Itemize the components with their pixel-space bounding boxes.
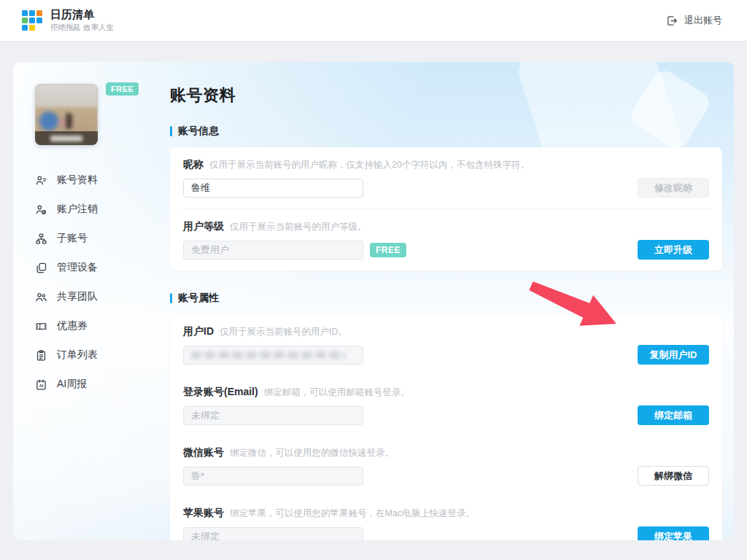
sidebar-item-coupons[interactable]: 优惠券	[35, 311, 157, 341]
user-id-label: 用户ID	[183, 325, 214, 338]
user-level-hint: 仅用于展示当前账号的用户等级。	[230, 221, 367, 233]
logout-icon	[666, 15, 678, 27]
bind-email-button[interactable]: 绑定邮箱	[638, 405, 709, 425]
row-divider	[182, 209, 711, 209]
sidebar-item-order-list[interactable]: 订单列表	[35, 341, 157, 370]
apple-hint: 绑定苹果，可以使用您的苹果账号，在Mac电脑上快速登录。	[230, 508, 475, 520]
section-account-info: 账号信息	[170, 125, 722, 138]
logout-button[interactable]: 退出账号	[666, 14, 722, 27]
wechat-label: 微信账号	[183, 446, 224, 459]
nickname-input[interactable]	[183, 179, 363, 198]
copy-user-id-button[interactable]: 复制用户ID	[638, 345, 709, 365]
user-avatar[interactable]	[35, 84, 98, 145]
section-bar	[170, 126, 172, 136]
nickname-hint: 仅用于展示当前账号的用户昵称，仅支持输入20个字符以内，不包含特殊字符。	[209, 159, 530, 171]
app-subtitle: 拒绝拖延 效率人生	[50, 23, 114, 33]
svg-text:AI: AI	[39, 384, 44, 388]
sidebar-item-account-profile[interactable]: 账号资料	[35, 166, 157, 195]
wechat-hint: 绑定微信，可以使用您的微信快速登录。	[230, 447, 394, 459]
apple-label: 苹果账号	[183, 507, 224, 520]
wechat-input	[183, 467, 363, 486]
section-title: 账号属性	[178, 292, 219, 305]
settings-card: FREE 账号资料 账户注销	[13, 62, 734, 540]
sidebar-item-label: 账号资料	[57, 174, 98, 187]
plan-badge: FREE	[106, 82, 139, 96]
account-info-panel: 昵称 仅用于展示当前账号的用户昵称，仅支持输入20个字符以内，不包含特殊字符。 …	[170, 147, 722, 271]
edit-nickname-button[interactable]: 修改昵称	[638, 178, 709, 198]
bind-apple-button[interactable]: 绑定苹果	[638, 526, 709, 540]
app-brand: 日历清单 拒绝拖延 效率人生	[22, 8, 114, 33]
sidebar-item-label: 管理设备	[57, 261, 98, 274]
org-chart-icon	[35, 233, 47, 245]
sidebar-item-label: 优惠券	[57, 319, 88, 332]
person-remove-icon	[35, 203, 47, 216]
sidebar-item-ai-weekly[interactable]: AI AI周报	[35, 370, 157, 399]
sidebar-item-label: 账户注销	[57, 203, 98, 216]
devices-icon	[35, 262, 47, 274]
sidebar-item-account-cancel[interactable]: 账户注销	[35, 195, 157, 224]
team-icon	[35, 291, 47, 303]
sidebar-item-label: AI周报	[57, 378, 87, 391]
app-title: 日历清单	[50, 8, 114, 21]
sidebar-menu: 账号资料 账户注销 子账号	[35, 166, 157, 399]
user-id-field	[183, 346, 363, 365]
email-input	[183, 406, 363, 425]
user-level-input	[183, 241, 363, 260]
sidebar-item-label: 订单列表	[57, 349, 98, 362]
logout-label: 退出账号	[684, 14, 722, 27]
nickname-label: 昵称	[183, 158, 204, 171]
email-hint: 绑定邮箱，可以使用邮箱账号登录。	[264, 386, 410, 399]
page-title: 账号资料	[170, 85, 722, 106]
user-id-hint: 仅用于展示当前账号的用户ID。	[220, 326, 347, 338]
person-card-icon	[35, 174, 47, 187]
account-attributes-panel: 用户ID 仅用于展示当前账号的用户ID。 复制用户ID 登录账号(Email)	[170, 314, 722, 540]
coupon-icon	[35, 320, 47, 332]
section-bar	[170, 293, 172, 303]
sidebar-item-label: 共享团队	[57, 290, 98, 303]
top-bar: 日历清单 拒绝拖延 效率人生 退出账号	[0, 0, 747, 42]
avatar-name-strip	[35, 131, 98, 145]
sidebar-item-sub-account[interactable]: 子账号	[35, 224, 157, 253]
section-title: 账号信息	[178, 125, 219, 138]
settings-sidebar: FREE 账号资料 账户注销	[13, 62, 157, 540]
user-id-redacted-value	[191, 351, 346, 359]
ai-report-icon: AI	[35, 378, 47, 391]
free-level-badge: FREE	[370, 243, 406, 257]
section-account-attributes: 账号属性	[170, 292, 722, 305]
app-logo-icon	[22, 10, 42, 31]
apple-input	[183, 527, 363, 541]
sidebar-item-shared-team[interactable]: 共享团队	[35, 282, 157, 311]
order-list-icon	[35, 349, 47, 362]
upgrade-now-button[interactable]: 立即升级	[638, 240, 709, 260]
settings-content: 账号资料 账号信息 昵称 仅用于展示当前账号的用户昵称，仅支持输入20个字符以内…	[157, 62, 734, 540]
sidebar-item-manage-devices[interactable]: 管理设备	[35, 253, 157, 282]
user-level-label: 用户等级	[183, 220, 224, 233]
unbind-wechat-button[interactable]: 解绑微信	[638, 466, 709, 486]
email-label: 登录账号(Email)	[183, 386, 258, 399]
sidebar-item-label: 子账号	[57, 232, 88, 245]
